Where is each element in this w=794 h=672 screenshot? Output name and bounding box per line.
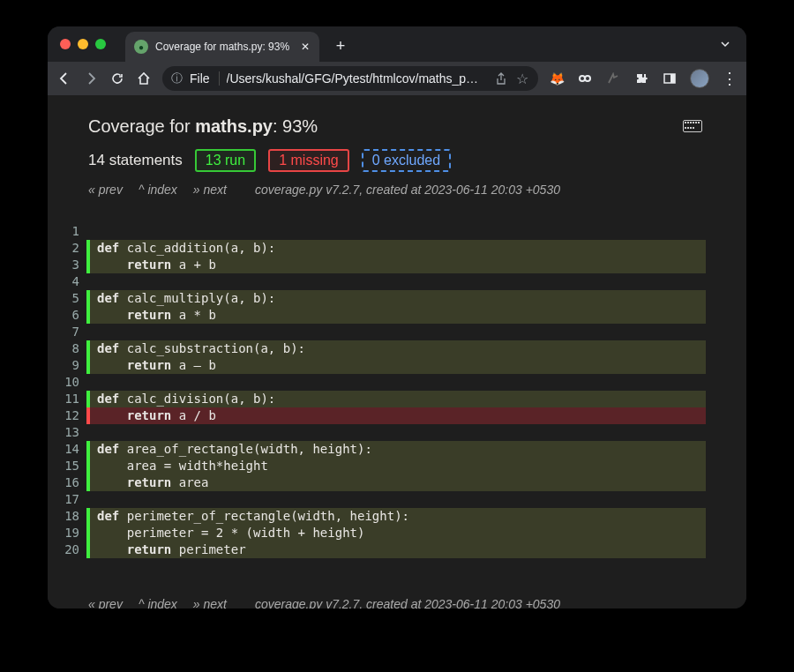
line-number: 13: [48, 424, 86, 441]
line-number: 7: [48, 324, 86, 340]
share-icon[interactable]: [494, 71, 508, 86]
source-text: area = width*height: [90, 458, 706, 474]
source-line: 1: [48, 223, 746, 240]
excluded-badge[interactable]: 0 excluded: [362, 149, 451, 172]
line-number: 15: [48, 458, 86, 474]
close-tab-icon[interactable]: ✕: [298, 40, 312, 54]
source-text: return a / b: [90, 407, 706, 424]
line-number: 4: [48, 273, 86, 290]
title-prefix: Coverage for: [88, 116, 195, 136]
line-number: 14: [48, 441, 86, 458]
source-line: 5def calc_multiply(a, b):: [48, 290, 746, 307]
page-content: Coverage for maths.py: 93% 14 statements…: [48, 95, 746, 609]
source-line: 4: [48, 273, 746, 290]
index-link-footer[interactable]: ^ index: [139, 597, 177, 609]
coverage-header: Coverage for maths.py: 93% 14 statements…: [48, 95, 746, 209]
coverage-meta-footer: coverage.py v7.2.7, created at 2023-06-1…: [255, 597, 560, 609]
profile-avatar[interactable]: [690, 69, 709, 88]
stats-row: 14 statements 13 run 1 missing 0 exclude…: [88, 149, 706, 172]
address-bar[interactable]: ⓘ File /Users/kushal/GFG/Pytest/htmlcov/…: [162, 66, 538, 91]
forward-button[interactable]: [83, 71, 99, 86]
prev-link-footer[interactable]: « prev: [88, 597, 123, 609]
line-number: 11: [48, 391, 86, 407]
line-number: 18: [48, 508, 86, 525]
source-text: [90, 374, 706, 391]
close-window-icon[interactable]: [60, 39, 71, 49]
page-title: Coverage for maths.py: 93%: [88, 116, 706, 137]
side-panel-icon[interactable]: [662, 71, 678, 86]
extensions-puzzle-icon[interactable]: [633, 71, 649, 86]
nav-row: « prev ^ index » next coverage.py v7.2.7…: [88, 183, 706, 197]
source-text: [90, 273, 706, 290]
url-path: /Users/kushal/GFG/Pytest/htmlcov/maths_p…: [227, 71, 487, 86]
line-number: 5: [48, 290, 86, 307]
browser-tab[interactable]: ● Coverage for maths.py: 93% ✕: [125, 32, 319, 62]
extension-icon-2[interactable]: [577, 71, 593, 86]
browser-menu-icon[interactable]: ⋮: [722, 75, 738, 82]
source-line: 17: [48, 491, 746, 508]
source-line: 12 return a / b: [48, 407, 746, 424]
reload-button[interactable]: [109, 71, 125, 86]
minimize-window-icon[interactable]: [78, 39, 88, 49]
home-button[interactable]: [136, 71, 152, 86]
source-line: 18def perimeter_of_rectangle(width, heig…: [48, 508, 746, 525]
extension-icon-3[interactable]: [605, 71, 621, 86]
source-text: def area_of_rectangle(width, height):: [90, 441, 706, 458]
source-text: def calc_substraction(a, b):: [90, 340, 706, 357]
window-controls: [60, 39, 106, 49]
line-number: 1: [48, 223, 86, 240]
url-scheme: File: [190, 71, 220, 86]
source-line: 7: [48, 324, 746, 340]
new-tab-button[interactable]: +: [328, 34, 353, 58]
run-badge[interactable]: 13 run: [195, 149, 256, 172]
svg-rect-5: [670, 74, 675, 83]
source-listing: 12def calc_addition(a, b):3 return a + b…: [48, 209, 746, 565]
bookmark-icon[interactable]: ☆: [515, 71, 529, 86]
svg-point-2: [581, 77, 584, 80]
source-text: return perimeter: [90, 541, 706, 558]
line-number: 9: [48, 357, 86, 374]
source-line: 20 return perimeter: [48, 541, 746, 558]
fullscreen-window-icon[interactable]: [95, 39, 106, 49]
source-line: 10: [48, 374, 746, 391]
line-number: 12: [48, 407, 86, 424]
extension-icons: 🦊 ⋮: [549, 69, 738, 88]
site-info-icon[interactable]: ⓘ: [171, 71, 183, 86]
source-text: return a – b: [90, 357, 706, 374]
line-number: 19: [48, 525, 86, 541]
next-link-footer[interactable]: » next: [193, 597, 227, 609]
index-link[interactable]: ^ index: [139, 183, 177, 197]
source-line: 15 area = width*height: [48, 458, 746, 474]
line-number: 6: [48, 307, 86, 324]
coverage-meta: coverage.py v7.2.7, created at 2023-06-1…: [255, 183, 560, 197]
line-number: 17: [48, 491, 86, 508]
source-line: 8def calc_substraction(a, b):: [48, 340, 746, 357]
next-link[interactable]: » next: [193, 183, 227, 197]
extension-icon-1[interactable]: 🦊: [549, 71, 565, 86]
footer-nav: « prev ^ index » next coverage.py v7.2.7…: [48, 576, 746, 609]
line-number: 20: [48, 541, 86, 558]
tab-overflow-icon[interactable]: [715, 34, 736, 55]
source-line: 14def area_of_rectangle(width, height):: [48, 441, 746, 458]
source-text: def calc_multiply(a, b):: [90, 290, 706, 307]
tab-title: Coverage for maths.py: 93%: [155, 41, 291, 53]
source-text: return a + b: [90, 257, 706, 273]
statements-count: 14 statements: [88, 152, 183, 169]
browser-toolbar: ⓘ File /Users/kushal/GFG/Pytest/htmlcov/…: [48, 62, 746, 95]
source-text: [90, 491, 706, 508]
keyboard-shortcuts-icon[interactable]: [683, 120, 702, 132]
line-number: 10: [48, 374, 86, 391]
back-button[interactable]: [56, 71, 72, 86]
source-line: 16 return area: [48, 474, 746, 491]
source-text: def calc_addition(a, b):: [90, 240, 706, 257]
svg-point-3: [586, 77, 589, 80]
source-text: def calc_division(a, b):: [90, 391, 706, 407]
source-line: 6 return a * b: [48, 307, 746, 324]
source-text: def perimeter_of_rectangle(width, height…: [90, 508, 706, 525]
missing-badge[interactable]: 1 missing: [268, 149, 349, 172]
source-text: perimeter = 2 * (width + height): [90, 525, 706, 541]
prev-link[interactable]: « prev: [88, 183, 123, 197]
source-line: 11def calc_division(a, b):: [48, 391, 746, 407]
line-number: 3: [48, 257, 86, 273]
line-number: 16: [48, 474, 86, 491]
